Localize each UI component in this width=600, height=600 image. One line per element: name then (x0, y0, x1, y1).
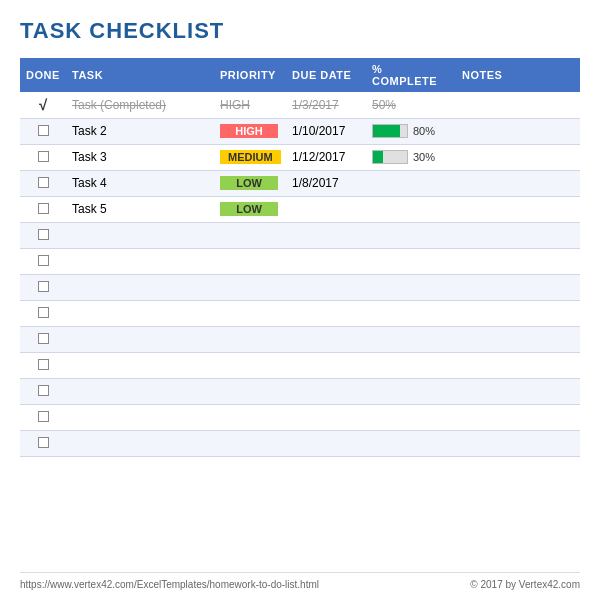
progress-fill (373, 151, 383, 163)
cell-task (66, 352, 214, 378)
checkbox-icon[interactable] (38, 203, 49, 214)
task-label: Task 4 (72, 176, 107, 190)
footer-copyright: © 2017 by Vertex42.com (470, 579, 580, 590)
cell-task: Task 3 (66, 144, 214, 170)
cell-notes (456, 430, 580, 456)
cell-done[interactable] (20, 196, 66, 222)
cell-pct-complete (366, 300, 456, 326)
cell-done[interactable] (20, 352, 66, 378)
cell-due-date: 1/3/2017 (286, 92, 366, 118)
cell-task: Task 4 (66, 170, 214, 196)
checkbox-icon[interactable] (38, 177, 49, 188)
page: TASK CHECKLIST DONE TASK PRIORITY DUE DA… (0, 0, 600, 600)
cell-task (66, 430, 214, 456)
progress-bar (372, 124, 408, 138)
table-row: Task 4LOW1/8/2017 (20, 170, 580, 196)
cell-priority (214, 326, 286, 352)
cell-done[interactable] (20, 378, 66, 404)
cell-priority: LOW (214, 196, 286, 222)
priority-badge: MEDIUM (220, 150, 281, 164)
cell-task (66, 248, 214, 274)
cell-notes (456, 404, 580, 430)
cell-done[interactable] (20, 404, 66, 430)
checkbox-icon[interactable] (38, 307, 49, 318)
cell-due-date: 1/10/2017 (286, 118, 366, 144)
cell-done[interactable] (20, 170, 66, 196)
cell-due-date (286, 274, 366, 300)
col-header-notes: NOTES (456, 58, 580, 92)
cell-notes (456, 248, 580, 274)
progress-bar (372, 150, 408, 164)
cell-done[interactable] (20, 326, 66, 352)
checkbox-icon[interactable] (38, 255, 49, 266)
cell-priority: MEDIUM (214, 144, 286, 170)
cell-due-date (286, 378, 366, 404)
checkbox-icon[interactable] (38, 359, 49, 370)
cell-priority (214, 352, 286, 378)
cell-done[interactable] (20, 118, 66, 144)
pct-label: 30% (413, 151, 435, 163)
cell-pct-complete: 50% (366, 92, 456, 118)
cell-done[interactable]: √ (20, 92, 66, 118)
cell-due-date (286, 430, 366, 456)
checkbox-icon[interactable] (38, 125, 49, 136)
progress-cell: 80% (372, 124, 450, 138)
cell-done[interactable] (20, 300, 66, 326)
cell-done[interactable] (20, 274, 66, 300)
cell-due-date: 1/8/2017 (286, 170, 366, 196)
table-row: Task 3MEDIUM1/12/2017 30% (20, 144, 580, 170)
cell-due-date (286, 222, 366, 248)
cell-priority: HIGH (214, 118, 286, 144)
progress-fill (373, 125, 400, 137)
cell-notes (456, 92, 580, 118)
pct-label: 50% (372, 98, 396, 112)
cell-done[interactable] (20, 222, 66, 248)
cell-notes (456, 326, 580, 352)
cell-notes (456, 378, 580, 404)
progress-cell: 30% (372, 150, 450, 164)
cell-done[interactable] (20, 144, 66, 170)
task-label: Task 3 (72, 150, 107, 164)
checkbox-icon[interactable] (38, 333, 49, 344)
page-title: TASK CHECKLIST (20, 18, 580, 44)
checkbox-icon[interactable] (38, 281, 49, 292)
cell-pct-complete: 80% (366, 118, 456, 144)
cell-pct-complete (366, 196, 456, 222)
cell-due-date (286, 352, 366, 378)
cell-notes (456, 118, 580, 144)
task-table: DONE TASK PRIORITY DUE DATE % COMPLETE N… (20, 58, 580, 457)
cell-notes (456, 196, 580, 222)
checkbox-icon[interactable] (38, 385, 49, 396)
footer: https://www.vertex42.com/ExcelTemplates/… (20, 572, 580, 590)
cell-notes (456, 300, 580, 326)
cell-priority (214, 430, 286, 456)
cell-priority: LOW (214, 170, 286, 196)
checkbox-icon[interactable] (38, 411, 49, 422)
cell-pct-complete: 30% (366, 144, 456, 170)
checkbox-icon[interactable] (38, 151, 49, 162)
cell-priority (214, 378, 286, 404)
cell-pct-complete (366, 404, 456, 430)
table-row (20, 222, 580, 248)
cell-priority (214, 300, 286, 326)
table-row: Task 2HIGH1/10/2017 80% (20, 118, 580, 144)
col-header-priority: PRIORITY (214, 58, 286, 92)
priority-badge: HIGH (220, 124, 278, 138)
cell-due-date (286, 326, 366, 352)
table-row: √Task (Completed)HIGH1/3/201750% (20, 92, 580, 118)
checkbox-icon[interactable] (38, 437, 49, 448)
cell-pct-complete (366, 170, 456, 196)
cell-due-date (286, 404, 366, 430)
checkbox-icon[interactable] (38, 229, 49, 240)
cell-priority: HIGH (214, 92, 286, 118)
due-date-label: 1/8/2017 (292, 176, 339, 190)
cell-priority (214, 248, 286, 274)
cell-task: Task (Completed) (66, 92, 214, 118)
cell-pct-complete (366, 430, 456, 456)
cell-priority (214, 404, 286, 430)
cell-done[interactable] (20, 430, 66, 456)
table-row (20, 430, 580, 456)
cell-done[interactable] (20, 248, 66, 274)
table-row (20, 274, 580, 300)
cell-due-date (286, 300, 366, 326)
